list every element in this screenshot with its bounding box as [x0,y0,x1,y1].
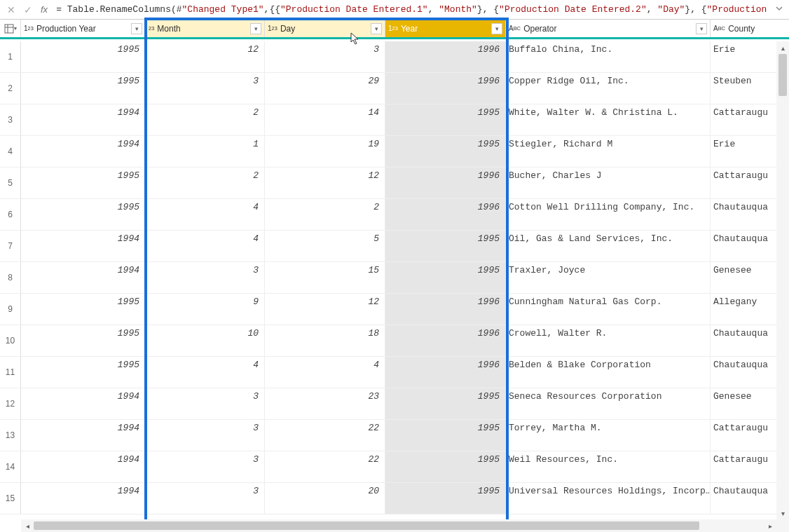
row-number[interactable]: 7 [0,231,21,261]
cell-operator[interactable]: Universal Resources Holdings, Incorp… [506,483,711,514]
filter-button[interactable]: ▾ [371,23,382,34]
scroll-track[interactable] [776,54,789,507]
cell-year[interactable]: 1995 [385,388,506,419]
formula-input[interactable]: = Table.RenameColumns(#"Changed Type1",{… [52,4,772,15]
column-header-day[interactable]: 123 Day ▾ [265,20,385,37]
cell-year[interactable]: 1996 [385,41,506,72]
cell-day[interactable]: 22 [265,451,385,482]
cell-operator[interactable]: Torrey, Martha M. [506,420,711,451]
cell-production-year[interactable]: 1994 [21,420,146,451]
row-number[interactable]: 14 [0,451,21,482]
cell-operator[interactable]: Stiegler, Richard M [506,136,711,167]
cell-day[interactable]: 5 [265,231,385,261]
cell-year[interactable]: 1996 [385,294,506,325]
scroll-track[interactable] [34,519,764,532]
scroll-up-button[interactable]: ▴ [781,41,785,54]
table-options-button[interactable]: ▾ [0,20,21,37]
cell-production-year[interactable]: 1994 [21,231,146,261]
cell-day[interactable]: 22 [265,420,385,451]
scroll-down-button[interactable]: ▾ [781,507,785,519]
cell-day[interactable]: 29 [265,73,385,104]
cell-year[interactable]: 1995 [385,483,506,514]
row-number[interactable]: 13 [0,420,21,451]
formula-cancel-button[interactable]: ✕ [3,1,20,18]
table-row[interactable]: 319942141995White, Walter W. & Christina… [0,104,789,136]
cell-month[interactable]: 3 [146,262,265,293]
cell-year[interactable]: 1996 [385,73,506,104]
table-row[interactable]: 111995441996Belden & Blake CorporationCh… [0,357,789,388]
cell-operator[interactable]: Crowell, Walter R. [506,325,711,356]
cell-month[interactable]: 4 [146,231,265,261]
row-number[interactable]: 8 [0,262,21,293]
cell-production-year[interactable]: 1994 [21,388,146,419]
cell-county[interactable]: Allegany [711,294,776,325]
cell-month[interactable]: 4 [146,199,265,230]
scroll-left-button[interactable]: ◂ [21,522,34,530]
cell-operator[interactable]: Belden & Blake Corporation [506,357,711,388]
cell-year[interactable]: 1996 [385,168,506,198]
cell-year[interactable]: 1995 [385,231,506,261]
cell-operator[interactable]: White, Walter W. & Christina L. [506,104,711,135]
cell-day[interactable]: 20 [265,483,385,514]
row-number[interactable]: 4 [0,136,21,167]
table-row[interactable]: 1319943221995Torrey, Martha M.Cattaraugu [0,420,789,451]
cell-year[interactable]: 1996 [385,325,506,356]
table-row[interactable]: 1419943221995Weil Resources, Inc.Cattara… [0,451,789,483]
cell-operator[interactable]: Cotton Well Drilling Company, Inc. [506,199,711,230]
filter-button[interactable]: ▾ [491,23,502,34]
cell-year[interactable]: 1995 [385,262,506,293]
cell-county[interactable]: Cattaraugu [711,168,776,198]
cell-operator[interactable]: Bucher, Charles J [506,168,711,198]
cell-month[interactable]: 3 [146,388,265,419]
table-row[interactable]: 71994451995Oil, Gas & Land Services, Inc… [0,231,789,262]
cell-month[interactable]: 12 [146,41,265,72]
cell-month[interactable]: 9 [146,294,265,325]
cell-operator[interactable]: Weil Resources, Inc. [506,451,711,482]
row-number[interactable]: 10 [0,325,21,356]
cell-county[interactable]: Chautauqua [711,231,776,261]
cell-county[interactable]: Genesee [711,262,776,293]
cell-production-year[interactable]: 1994 [21,136,146,167]
filter-button[interactable]: ▾ [696,23,707,34]
cell-county[interactable]: Cattaraugu [711,104,776,135]
column-header-operator[interactable]: ABC Operator ▾ [506,20,711,37]
cell-operator[interactable]: Cunningham Natural Gas Corp. [506,294,711,325]
scroll-right-button[interactable]: ▸ [764,522,776,530]
cell-county[interactable]: Cattaraugu [711,451,776,482]
cell-day[interactable]: 19 [265,136,385,167]
cell-year[interactable]: 1995 [385,136,506,167]
grid-body[interactable]: 119951231996Buffalo China, Inc.Erie21995… [0,41,789,519]
cell-year[interactable]: 1995 [385,420,506,451]
cell-county[interactable]: Erie [711,136,776,167]
column-header-production-year[interactable]: 123 Production Year ▾ [21,20,146,37]
vertical-scrollbar[interactable]: ▴ ▾ [776,41,789,519]
cell-production-year[interactable]: 1994 [21,262,146,293]
cell-production-year[interactable]: 1995 [21,41,146,72]
table-row[interactable]: 61995421996Cotton Well Drilling Company,… [0,199,789,231]
table-row[interactable]: 419941191995Stiegler, Richard MErie [0,136,789,168]
cell-operator[interactable]: Copper Ridge Oil, Inc. [506,73,711,104]
cell-operator[interactable]: Oil, Gas & Land Services, Inc. [506,231,711,261]
row-number[interactable]: 5 [0,168,21,198]
cell-county[interactable]: Steuben [711,73,776,104]
cell-month[interactable]: 3 [146,451,265,482]
cell-month[interactable]: 10 [146,325,265,356]
cell-production-year[interactable]: 1995 [21,73,146,104]
cell-production-year[interactable]: 1995 [21,357,146,388]
filter-button[interactable]: ▾ [250,23,261,34]
cell-day[interactable]: 3 [265,41,385,72]
cell-month[interactable]: 2 [146,168,265,198]
row-number[interactable]: 3 [0,104,21,135]
filter-button[interactable]: ▾ [131,23,142,34]
cell-production-year[interactable]: 1995 [21,199,146,230]
table-row[interactable]: 10199510181996Crowell, Walter R.Chautauq… [0,325,789,357]
cell-production-year[interactable]: 1994 [21,104,146,135]
row-number[interactable]: 1 [0,41,21,72]
cell-county[interactable]: Chautauqua [711,483,776,514]
cell-operator[interactable]: Buffalo China, Inc. [506,41,711,72]
column-header-year[interactable]: 123 Year ▾ [385,20,506,37]
cell-day[interactable]: 14 [265,104,385,135]
table-row[interactable]: 1219943231995Seneca Resources Corporatio… [0,388,789,420]
cell-day[interactable]: 18 [265,325,385,356]
column-header-month[interactable]: 23 Month ▾ [146,20,265,37]
